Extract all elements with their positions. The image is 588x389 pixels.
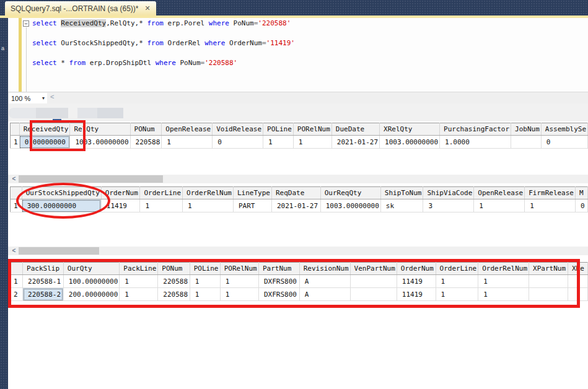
cell[interactable]: [350, 288, 397, 301]
column-header[interactable]: PackSlip: [23, 263, 64, 275]
cell[interactable]: 2021-01-27: [271, 199, 320, 212]
row-number[interactable]: 2: [11, 288, 23, 301]
cell[interactable]: [529, 288, 568, 301]
column-header[interactable]: POLine: [263, 123, 294, 136]
cell[interactable]: 2021-01-27: [331, 136, 379, 149]
cell[interactable]: 1: [474, 199, 525, 212]
cell[interactable]: 11419: [397, 288, 436, 301]
cell-selected[interactable]: 0.00000000: [19, 136, 70, 149]
column-header[interactable]: PONum: [130, 123, 162, 136]
column-header[interactable]: OrderRelNum: [183, 187, 234, 199]
column-header[interactable]: XRelQty: [380, 123, 440, 136]
scrollbar-thumb[interactable]: [19, 247, 99, 255]
column-header[interactable]: OrderLine: [140, 187, 183, 199]
cell[interactable]: 1: [220, 288, 258, 301]
cell[interactable]: 220588-1: [23, 275, 64, 288]
column-header[interactable]: ShipViaCode: [423, 187, 474, 199]
cell-selected[interactable]: 300.00000000: [22, 199, 101, 212]
cell[interactable]: 0: [213, 136, 263, 149]
row-number[interactable]: 1: [11, 275, 23, 288]
column-header[interactable]: DueDate: [331, 123, 379, 136]
sql-editor[interactable]: − select ReceivedQty,RelQty,* from erp.P…: [8, 18, 588, 92]
cell[interactable]: 0: [576, 199, 588, 212]
cell[interactable]: 1003.00000000: [320, 199, 380, 212]
column-header[interactable]: AssemblySe: [541, 123, 587, 136]
column-header[interactable]: PackLine: [120, 263, 158, 275]
cell[interactable]: [529, 275, 568, 288]
column-header[interactable]: PONum: [158, 263, 190, 275]
row-number[interactable]: 1: [11, 136, 20, 149]
cell[interactable]: 1.0000: [440, 136, 511, 149]
cell[interactable]: 11419: [397, 275, 436, 288]
cell[interactable]: [350, 275, 397, 288]
column-header[interactable]: OrderLine: [436, 263, 478, 275]
column-header[interactable]: OpenRelease: [474, 187, 525, 199]
column-header[interactable]: VoidRelease: [213, 123, 263, 136]
row-number[interactable]: 1: [11, 199, 22, 212]
cell[interactable]: 11419: [101, 199, 140, 212]
cell[interactable]: 1: [162, 136, 213, 149]
cell[interactable]: [568, 288, 587, 301]
cell[interactable]: 1: [478, 275, 529, 288]
cell[interactable]: 1: [525, 199, 576, 212]
column-header[interactable]: M: [576, 187, 588, 199]
column-header[interactable]: RelQty: [70, 123, 130, 136]
column-header[interactable]: PartNum: [259, 263, 300, 275]
cell[interactable]: 1: [183, 199, 234, 212]
zoom-level-dropdown[interactable]: 100 % ▾: [9, 93, 47, 103]
column-header[interactable]: JobNum: [511, 123, 542, 136]
column-header[interactable]: VenPartNum: [350, 263, 397, 275]
cell[interactable]: 1: [120, 275, 158, 288]
cell-selected[interactable]: 220588-2: [23, 288, 64, 301]
horizontal-scrollbar[interactable]: <: [8, 247, 588, 255]
scrollbar-thumb[interactable]: [19, 175, 163, 183]
scroll-left-icon[interactable]: <: [9, 247, 19, 255]
column-header[interactable]: PurchasingFactor: [440, 123, 511, 136]
column-header[interactable]: LineType: [233, 187, 271, 199]
cell[interactable]: [511, 136, 542, 149]
column-header[interactable]: OurQty: [63, 263, 119, 275]
cell[interactable]: 1: [220, 275, 258, 288]
close-icon[interactable]: ✕: [145, 4, 151, 12]
column-header[interactable]: OurReqQty: [320, 187, 380, 199]
cell[interactable]: A: [299, 275, 350, 288]
scroll-left-icon[interactable]: <: [9, 175, 19, 183]
cell[interactable]: [568, 275, 587, 288]
cell[interactable]: 1: [436, 275, 478, 288]
column-header[interactable]: OrderRelNum: [478, 263, 529, 275]
column-header[interactable]: XPartNum: [529, 263, 568, 275]
column-header[interactable]: ShipToNum: [380, 187, 423, 199]
column-header[interactable]: RevisionNum: [299, 263, 350, 275]
cell[interactable]: A: [299, 288, 350, 301]
column-header[interactable]: PORelNum: [293, 123, 331, 136]
column-header[interactable]: PORelNum: [220, 263, 258, 275]
column-header[interactable]: OpenRelease: [162, 123, 213, 136]
cell[interactable]: 1: [120, 288, 158, 301]
cell[interactable]: DXFRS800: [259, 275, 300, 288]
cell[interactable]: 0: [541, 136, 587, 149]
cell[interactable]: 1003.00000000: [380, 136, 440, 149]
column-header[interactable]: OrderNum: [101, 187, 140, 199]
column-header[interactable]: ReqDate: [271, 187, 320, 199]
column-header[interactable]: OurStockShippedQty: [22, 187, 101, 199]
document-tab[interactable]: SQLQuery7.sql -...ORTRAIN (sa (65))* ✕: [5, 1, 156, 15]
cell[interactable]: sk: [380, 199, 423, 212]
scroll-left-icon[interactable]: <: [50, 93, 54, 100]
corner-header[interactable]: [11, 187, 22, 199]
cell[interactable]: 1: [140, 199, 183, 212]
cell[interactable]: DXFRS800: [259, 288, 300, 301]
corner-header[interactable]: [11, 263, 23, 275]
cell[interactable]: 200.00000000: [63, 288, 119, 301]
cell[interactable]: 1: [293, 136, 331, 149]
column-header[interactable]: XRe: [568, 263, 587, 275]
cell[interactable]: 1: [436, 288, 478, 301]
cell[interactable]: 220588: [158, 288, 190, 301]
corner-header[interactable]: [11, 123, 20, 136]
cell[interactable]: 3: [423, 199, 474, 212]
column-header[interactable]: ReceivedQty: [19, 123, 70, 136]
column-header[interactable]: FirmRelease: [525, 187, 576, 199]
cell[interactable]: 1003.00000000: [70, 136, 130, 149]
collapsed-tool-strip[interactable]: a: [0, 18, 8, 389]
cell[interactable]: 1: [263, 136, 294, 149]
cell[interactable]: 220588: [130, 136, 162, 149]
